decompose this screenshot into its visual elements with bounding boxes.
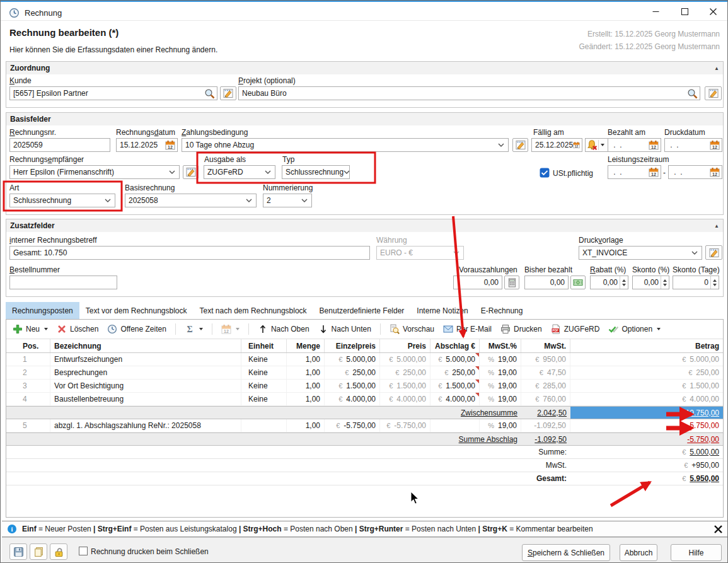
cell-einzelpreis[interactable]: €5.000,00 xyxy=(325,353,380,366)
cell-label[interactable]: Zwischensumme xyxy=(6,407,521,419)
toolbar-button-move-up[interactable]: Nach Oben xyxy=(258,324,309,334)
calendar-icon[interactable] xyxy=(710,140,720,150)
spinner-arrows[interactable] xyxy=(661,276,669,289)
betreff-field[interactable]: Gesamt: 10.750 xyxy=(9,246,370,260)
ust-pflichtig-checkbox[interactable] xyxy=(540,168,550,180)
cell-mwst[interactable]: -1.092,50 xyxy=(521,419,570,432)
cell-abschlag[interactable]: €4.000,00 xyxy=(430,393,480,405)
nummerierung-select[interactable]: 2 xyxy=(263,194,312,207)
projekt-edit-button[interactable] xyxy=(705,86,722,100)
tab-2[interactable]: Text nach dem Rechnungsblock xyxy=(194,302,313,319)
collapse-icon[interactable]: ▲ xyxy=(714,223,719,229)
cell-pos[interactable]: 5 xyxy=(6,419,50,432)
toolbar-button-sum[interactable] xyxy=(185,324,203,334)
cell-mwst[interactable]: €950,00 xyxy=(521,353,570,366)
toolbar-button-print[interactable]: Drucken xyxy=(500,324,542,334)
cell-menge[interactable]: 1,00 xyxy=(287,353,325,366)
tab-5[interactable]: E-Rechnung xyxy=(475,302,529,319)
invoice-item-row[interactable]: 3Vor Ort BesichtigungKeine1,00€1.500,00€… xyxy=(6,380,723,393)
cell-pos[interactable]: 4 xyxy=(6,393,50,405)
cell-preis[interactable]: €4.000,00 xyxy=(380,393,430,405)
cell-abschlag[interactable]: €250,00 xyxy=(430,366,480,379)
rechnungsempfaenger-select[interactable]: Herr Epsilon (Firmenanschrift) xyxy=(9,165,180,179)
total-row[interactable]: MwSt.€+950,00 xyxy=(6,459,723,472)
rechnungsdatum-field[interactable]: 15.12.2025 xyxy=(116,138,178,152)
projekt-field[interactable]: Neubau Büro xyxy=(238,86,700,100)
cell-betrag[interactable]: 10.750,00 xyxy=(570,407,723,419)
art-select[interactable]: Schlussrechnung xyxy=(9,194,115,207)
column-header-bezeichnung[interactable]: Bezeichnung xyxy=(50,339,241,352)
cell-bezeichnung[interactable]: Baustellenbetreuung xyxy=(50,393,241,405)
cell-betrag[interactable]: €4.000,00 xyxy=(570,393,723,405)
calendar-icon[interactable] xyxy=(165,140,175,150)
help-button[interactable]: Hilfe xyxy=(671,544,722,561)
cell-mwst-pct[interactable]: %19,00 xyxy=(480,380,521,392)
cell-mwst-pct[interactable]: %19,00 xyxy=(480,419,521,432)
invoice-item-row[interactable]: 4BaustellenbetreuungKeine1,00€4.000,00€4… xyxy=(6,393,723,406)
cell-menge[interactable]: 1,00 xyxy=(287,380,325,392)
total-row[interactable]: Summe:€5.000,00 xyxy=(6,446,723,459)
invoice-item-row[interactable]: 1EntwurfszeichungenKeine1,00€5.000,00€5.… xyxy=(6,353,723,366)
kunde-field[interactable]: [5657] Epsilon Partner xyxy=(9,86,217,100)
cell-pos[interactable]: 3 xyxy=(6,380,50,392)
subtotal-row[interactable]: Zwischensumme2.042,5010.750,00 xyxy=(6,406,723,419)
invoice-item-row[interactable]: 5abzgl. 1. Abschlagszahlung ReNr.: 20250… xyxy=(6,419,723,432)
group-zusatzfelder-header[interactable]: Zusatzfelder ▲ xyxy=(6,219,723,232)
toolbar-button-email[interactable]: Per E-Mail xyxy=(443,324,492,334)
tab-4[interactable]: Interne Notizen xyxy=(410,302,474,319)
toolbar-button-preview[interactable]: Vorschau xyxy=(390,324,434,334)
cell-preis[interactable]: €-5.750,00 xyxy=(380,419,430,432)
cell-einzelpreis[interactable]: €-5.750,00 xyxy=(325,419,380,432)
cell-betrag[interactable]: €+950,00 xyxy=(570,459,723,472)
calendar-icon[interactable] xyxy=(649,140,659,150)
toolbar-button-open-times[interactable]: Offene Zeiten xyxy=(107,324,166,334)
cell-bezeichnung[interactable]: abzgl. 1. Abschlagszahlung ReNr.: 202505… xyxy=(50,419,241,432)
cell-einzelpreis[interactable]: €1.500,00 xyxy=(325,380,380,392)
leistungszeitraum-to-field[interactable]: . . xyxy=(668,165,722,179)
leistungszeitraum-from-field[interactable]: . . xyxy=(608,165,661,179)
cell-abschlag[interactable] xyxy=(430,419,480,432)
calendar-icon[interactable] xyxy=(573,140,580,150)
column-header-menge[interactable]: Menge xyxy=(287,339,325,352)
cell-bezeichnung[interactable]: Entwurfszeichungen xyxy=(50,353,241,366)
cell-betrag[interactable]: €5.000,00 xyxy=(570,353,723,366)
close-button[interactable] xyxy=(699,2,727,21)
cell-betrag[interactable]: €5.950,00 xyxy=(570,472,723,485)
cell-preis[interactable]: €250,00 xyxy=(380,366,430,379)
cell-preis[interactable]: €1.500,00 xyxy=(380,380,430,392)
cell-label[interactable]: Gesamt: xyxy=(6,472,570,485)
maximize-button[interactable] xyxy=(670,2,699,21)
group-basisfelder-header[interactable]: Basisfelder xyxy=(6,113,723,125)
cell-label[interactable]: Summe Abschlag xyxy=(6,433,521,445)
druckvorlage-edit-button[interactable] xyxy=(705,245,722,260)
cell-mwst[interactable]: €47,50 xyxy=(521,366,570,379)
cell-einzelpreis[interactable]: €250,00 xyxy=(325,366,380,379)
rechnungsempfaenger-edit-button[interactable] xyxy=(183,165,199,179)
titlebar[interactable]: Rechnung xyxy=(1,2,727,21)
cell-pos[interactable]: 1 xyxy=(6,353,50,366)
dropdown-arrow-icon[interactable] xyxy=(657,328,661,330)
cell-einheit[interactable]: Keine xyxy=(241,366,287,379)
bezahlt-am-field[interactable]: . . xyxy=(608,138,661,152)
faellig-am-field[interactable]: 25.12.2025 xyxy=(531,138,582,152)
print-on-close-checkbox[interactable] xyxy=(79,547,88,557)
collapse-icon[interactable]: ▲ xyxy=(714,66,719,71)
zahlungsbedingung-select[interactable]: 10 Tage ohne Abzug xyxy=(182,138,509,152)
cell-menge[interactable]: 1,00 xyxy=(287,393,325,405)
minimize-button[interactable] xyxy=(641,2,670,21)
dropdown-arrow-icon[interactable] xyxy=(236,328,240,330)
cell-betrag[interactable]: -5.750,00 xyxy=(570,419,723,432)
tab-1[interactable]: Text vor dem Rechnungsblock xyxy=(79,302,194,319)
column-header-einzelpreis[interactable]: Einzelpreis xyxy=(325,339,380,352)
skonto-tage-spinner[interactable]: 0 xyxy=(673,276,719,289)
druckdatum-field[interactable]: . . xyxy=(664,138,722,152)
reminder-split-button[interactable] xyxy=(585,138,608,152)
copy-button[interactable] xyxy=(30,543,47,560)
zahlungsbedingung-edit-button[interactable] xyxy=(512,138,528,152)
toolbar-button-options[interactable]: Optionen xyxy=(608,324,661,334)
search-icon[interactable] xyxy=(687,88,698,99)
total-row[interactable]: Gesamt:€5.950,00 xyxy=(6,472,723,485)
calendar-icon[interactable] xyxy=(710,167,720,177)
vorauszahlungen-field[interactable]: 0,00 xyxy=(453,276,502,289)
spinner-arrows[interactable] xyxy=(710,276,719,289)
